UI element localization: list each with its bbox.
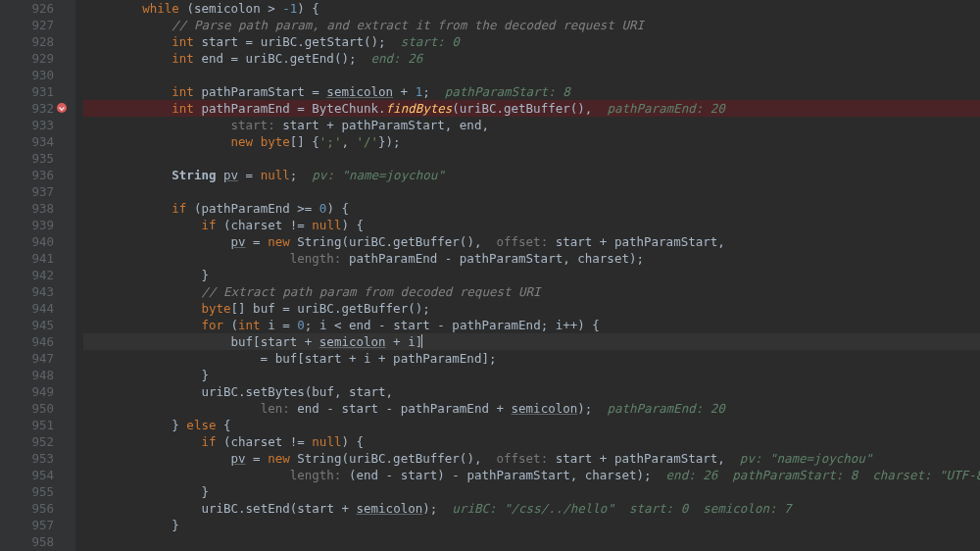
token-hintlbl: length:	[290, 251, 342, 266]
line-number[interactable]: 953	[0, 450, 54, 467]
code-line[interactable]: int start = uriBC.getStart(); start: 0	[83, 33, 980, 50]
token-plain	[83, 218, 201, 232]
token-plain: .getBuffer(),	[496, 101, 607, 116]
code-area[interactable]: while (semicolon > -1) { // Parse path p…	[75, 0, 980, 551]
token-plain: >=	[290, 201, 319, 216]
code-line[interactable]	[83, 533, 980, 550]
line-number[interactable]: 931	[0, 83, 54, 100]
code-line[interactable]: } else {	[83, 417, 980, 433]
code-line[interactable]: buf[start + semicolon + i]	[83, 333, 980, 350]
token-plain	[83, 468, 290, 482]
token-plain: []	[231, 301, 254, 316]
token-var: buf	[231, 334, 254, 349]
token-plain: =	[223, 51, 246, 66]
code-line[interactable]: new byte[] {';', '/'});	[83, 133, 980, 150]
line-number[interactable]: 938	[0, 200, 54, 217]
token-var: end	[201, 51, 223, 66]
token-plain	[83, 118, 231, 132]
code-line[interactable]	[83, 183, 980, 200]
code-line[interactable]: int pathParamEnd = ByteChunk.findBytes(u…	[83, 100, 980, 117]
code-line[interactable]: uriBC.setBytes(buf, start,	[83, 383, 980, 400]
line-number[interactable]: 930	[0, 67, 54, 83]
code-line[interactable]: // Parse path param, and extract it from…	[83, 17, 980, 33]
line-number[interactable]: 948	[0, 367, 54, 383]
line-number[interactable]: 929	[0, 50, 54, 67]
token-cmt: // Extract path param from decoded reque…	[201, 284, 540, 299]
line-number[interactable]: 928	[0, 33, 54, 50]
line-number[interactable]: 937	[0, 183, 54, 200]
code-line[interactable]: }	[83, 267, 980, 283]
breakpoint-icon[interactable]	[57, 103, 67, 113]
code-editor[interactable]: 9269279289299309319329339349359369379389…	[0, 0, 980, 551]
line-number[interactable]: 956	[0, 500, 54, 517]
line-number[interactable]: 954	[0, 467, 54, 483]
token-plain	[83, 18, 172, 32]
token-kw: if	[201, 218, 216, 232]
token-plain: +	[592, 451, 614, 466]
code-line[interactable]: }	[83, 367, 980, 383]
line-number[interactable]: 950	[0, 400, 54, 417]
code-line[interactable]: for (int i = 0; i < end - start - pathPa…	[83, 317, 980, 333]
line-number[interactable]: 932	[0, 100, 54, 117]
line-number[interactable]: 926	[0, 0, 54, 17]
code-line[interactable]: if (charset != null) {	[83, 433, 980, 450]
code-line[interactable]: pv = new String(uriBC.getBuffer(), offse…	[83, 450, 980, 467]
line-number[interactable]: 940	[0, 233, 54, 250]
token-plain	[83, 384, 201, 399]
code-line[interactable]: start: start + pathParamStart, end,	[83, 117, 980, 133]
code-line[interactable]	[83, 67, 980, 83]
code-line[interactable]: }	[83, 483, 980, 500]
line-number[interactable]: 957	[0, 517, 54, 533]
token-plain: }	[83, 268, 209, 282]
code-line[interactable]: = buf[start + i + pathParamEnd];	[83, 350, 980, 367]
code-line[interactable]: }	[83, 517, 980, 533]
token-plain: ,	[717, 451, 740, 466]
line-number[interactable]: 935	[0, 150, 54, 167]
code-line[interactable]: length: (end - start) - pathParamStart, …	[83, 467, 980, 483]
line-number[interactable]: 943	[0, 283, 54, 300]
line-number[interactable]: 949	[0, 383, 54, 400]
code-line[interactable]: if (charset != null) {	[83, 217, 980, 233]
code-line[interactable]: int pathParamStart = semicolon + 1; path…	[83, 83, 980, 100]
line-number[interactable]: 944	[0, 300, 54, 317]
line-number[interactable]: 941	[0, 250, 54, 267]
line-number[interactable]: 951	[0, 417, 54, 433]
line-number[interactable]: 942	[0, 267, 54, 283]
code-line[interactable]: pv = new String(uriBC.getBuffer(), offse…	[83, 233, 980, 250]
code-line[interactable]: len: end - start - pathParamEnd + semico…	[83, 400, 980, 417]
token-var: uriBC	[460, 101, 497, 116]
line-number[interactable]: 939	[0, 217, 54, 233]
code-line[interactable]: int end = uriBC.getEnd(); end: 26	[83, 50, 980, 67]
line-number[interactable]: 927	[0, 17, 54, 33]
token-var: buf	[253, 301, 275, 316]
line-number[interactable]: 936	[0, 167, 54, 183]
code-line[interactable]: uriBC.setEnd(start + semicolon); uriBC: …	[83, 500, 980, 517]
line-number[interactable]: 945	[0, 317, 54, 333]
line-number[interactable]: 934	[0, 133, 54, 150]
token-plain	[548, 234, 556, 249]
code-line[interactable]: byte[] buf = uriBC.getBuffer();	[83, 300, 980, 317]
line-number[interactable]: 947	[0, 350, 54, 367]
token-plain: (	[186, 201, 201, 216]
token-plain: -	[319, 401, 342, 416]
token-hintlbl: offset:	[496, 451, 548, 466]
line-number[interactable]: 952	[0, 433, 54, 450]
line-number[interactable]: 933	[0, 117, 54, 133]
line-number[interactable]: 946	[0, 333, 54, 350]
code-line[interactable]: while (semicolon > -1) {	[83, 0, 980, 17]
code-line[interactable]	[83, 150, 980, 167]
token-plain	[83, 201, 172, 216]
code-line[interactable]: if (pathParamEnd >= 0) {	[83, 200, 980, 217]
token-var: end	[349, 318, 371, 332]
token-plain	[83, 1, 142, 16]
code-line[interactable]: // Extract path param from decoded reque…	[83, 283, 980, 300]
code-line[interactable]: String pv = null; pv: "name=joychou"	[83, 167, 980, 183]
line-number-gutter[interactable]: 9269279289299309319329339349359369379389…	[0, 0, 75, 551]
token-u: semicolon	[319, 334, 386, 349]
line-number[interactable]: 958	[0, 533, 54, 550]
line-number[interactable]: 955	[0, 483, 54, 500]
token-kw: new	[268, 451, 290, 466]
token-var: semicolon	[194, 1, 261, 16]
token-var: uriBC	[297, 301, 334, 316]
code-line[interactable]: length: pathParamEnd - pathParamStart, c…	[83, 250, 980, 267]
